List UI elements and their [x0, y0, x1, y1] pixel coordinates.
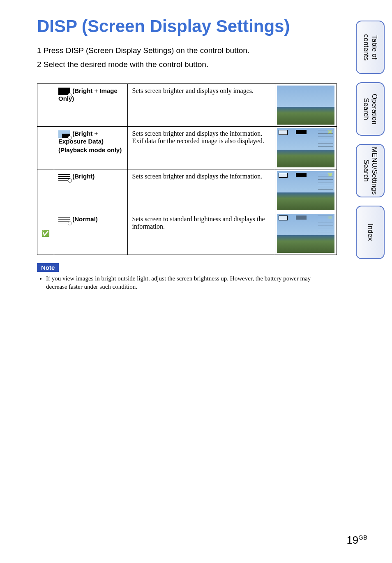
mode-description: Sets screen brighter and displays the in…	[128, 169, 275, 212]
mode-description: Sets screen brighter and displays the in…	[128, 126, 275, 169]
default-indicator-cell	[37, 126, 54, 169]
default-indicator-cell: ✅	[37, 212, 54, 255]
tab-index[interactable]: Index	[356, 206, 385, 259]
mode-preview-cell	[275, 83, 337, 126]
mode-preview-cell: 96	[275, 126, 337, 169]
tab-menu-settings-search[interactable]: MENU/Settings Search	[356, 144, 385, 197]
default-indicator-cell	[37, 169, 54, 212]
step-1: 1 Press DISP (Screen Display Settings) o…	[37, 44, 331, 57]
mode-label-cell: (Bright + Image Only)	[54, 83, 128, 126]
default-indicator-cell	[37, 83, 54, 126]
tab-label: Table of contents	[362, 21, 379, 73]
mode-label-cell: (Bright)	[54, 169, 128, 212]
mode-preview-cell: 96	[275, 169, 337, 212]
page-title: DISP (Screen Display Settings)	[37, 16, 331, 36]
mode-icon-bright-image-only	[58, 88, 70, 95]
note-item: If you view images in bright outside lig…	[46, 274, 331, 291]
step-2: 2 Select the desired mode with the contr…	[37, 58, 331, 71]
tab-label: MENU/Settings Search	[362, 145, 379, 197]
overlay-badge	[296, 173, 307, 177]
mode-label-cell: (Bright + Exposure Data) (Playback mode …	[54, 126, 128, 169]
tab-label: Operation Search	[362, 83, 379, 135]
mode-preview-cell: 96	[275, 212, 337, 255]
table-row: (Bright + Image Only) Sets screen bright…	[37, 83, 337, 126]
mode-icon-bright-exposure	[58, 130, 70, 138]
overlay-counter: 96	[327, 173, 332, 177]
checkmark-icon: ✅	[42, 230, 50, 237]
table-row: (Bright + Exposure Data) (Playback mode …	[37, 126, 337, 169]
preview-thumbnail: 96	[277, 171, 334, 210]
mode-label-sub: (Playback mode only)	[58, 146, 123, 153]
preview-thumbnail: 96	[277, 214, 334, 253]
note-header: Note	[37, 263, 59, 272]
instruction-steps: 1 Press DISP (Screen Display Settings) o…	[37, 44, 331, 71]
tab-operation-search[interactable]: Operation Search	[356, 82, 385, 136]
overlay-badge	[296, 130, 307, 134]
mode-label: (Normal)	[72, 215, 98, 222]
mode-icon-normal	[58, 216, 70, 223]
page-number-value: 19	[346, 534, 358, 546]
note-body: If you view images in bright outside lig…	[39, 274, 331, 291]
page-number: 19GB	[346, 534, 367, 547]
table-row: (Bright) Sets screen brighter and displa…	[37, 169, 337, 212]
display-settings-table: (Bright + Image Only) Sets screen bright…	[37, 83, 337, 255]
mode-description: Sets screen brighter and displays only i…	[128, 83, 275, 126]
preview-thumbnail: 96	[277, 128, 334, 167]
overlay-counter: 96	[327, 130, 332, 134]
mode-label: (Bright)	[72, 173, 95, 180]
mode-label-cell: (Normal)	[54, 212, 128, 255]
page-number-suffix: GB	[358, 534, 367, 541]
side-navigation: Table of contents Operation Search MENU/…	[356, 21, 385, 267]
preview-thumbnail	[277, 86, 334, 125]
overlay-badge	[296, 215, 307, 220]
tab-table-of-contents[interactable]: Table of contents	[356, 21, 385, 74]
tab-label: Index	[366, 224, 374, 241]
mode-icon-bright	[58, 173, 70, 181]
mode-description: Sets screen to standard brightness and d…	[128, 212, 275, 255]
table-row: ✅ (Normal) Sets screen to standard brigh…	[37, 212, 337, 255]
overlay-counter: 96	[327, 215, 332, 220]
